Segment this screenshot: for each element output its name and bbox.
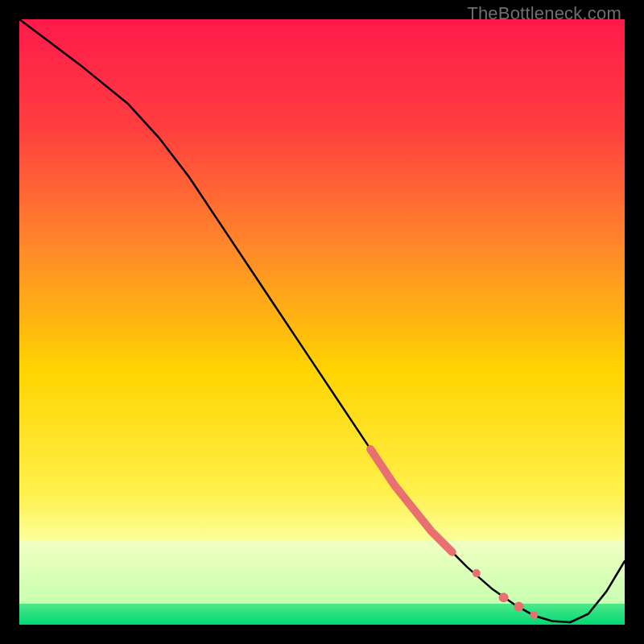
highlight-dot-2 [499, 592, 509, 602]
gradient-background [19, 19, 625, 625]
chart-frame [19, 19, 625, 625]
highlight-dot-1 [473, 569, 481, 577]
highlight-dot-4 [530, 611, 538, 619]
bottleneck-chart [19, 19, 625, 625]
watermark-label: TheBottleneck.com [467, 3, 621, 24]
highlight-dot-3 [514, 601, 523, 611]
